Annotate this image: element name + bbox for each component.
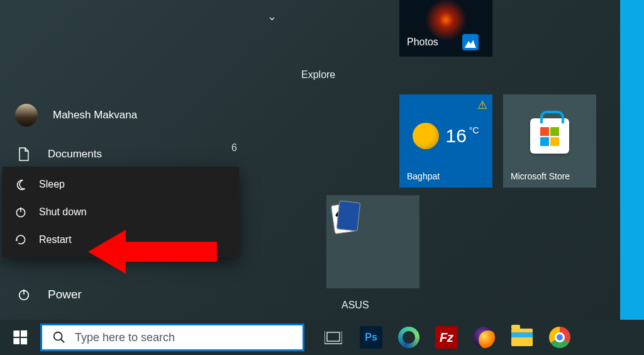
taskbar-app-photoshop[interactable]: Ps (360, 326, 382, 349)
restart-label: Restart (39, 234, 72, 245)
taskbar-app-filezilla[interactable]: Fz (435, 326, 458, 349)
avatar (15, 104, 38, 127)
sleep-label: Sleep (39, 179, 65, 190)
firefox-icon (474, 327, 495, 348)
photos-icon (462, 34, 479, 50)
documents-label: Documents (48, 148, 102, 161)
tile-solitaire[interactable] (326, 195, 419, 288)
weather-unit: °C (469, 125, 479, 135)
desktop-background-strip (620, 0, 644, 320)
taskbar-app-edge[interactable] (397, 326, 420, 349)
power-option-shutdown[interactable]: Shut down (3, 198, 239, 226)
taskbar-app-chrome[interactable] (548, 326, 571, 349)
power-submenu: Sleep Shut down Restart (3, 167, 239, 257)
sun-icon (413, 123, 439, 149)
start-menu: Mahesh Makvana Documents 6 Power (0, 0, 620, 320)
search-placeholder: Type here to search (75, 331, 175, 344)
svg-point-5 (54, 332, 62, 341)
power-option-sleep[interactable]: Sleep (3, 171, 239, 198)
shutdown-icon (14, 206, 28, 218)
chrome-icon (549, 327, 570, 348)
user-account-row[interactable]: Mahesh Makvana (0, 98, 242, 133)
count-badge: 6 (231, 142, 237, 154)
store-icon (530, 118, 569, 154)
power-icon (15, 288, 33, 301)
user-name: Mahesh Makvana (53, 109, 137, 121)
photos-label: Photos (407, 37, 438, 48)
taskbar-app-file-explorer[interactable] (511, 326, 533, 349)
svg-line-6 (61, 339, 65, 343)
start-left-column: Mahesh Makvana Documents 6 Power (0, 0, 242, 320)
windows-logo-icon (13, 330, 27, 345)
edge-icon (398, 327, 419, 348)
file-explorer-icon (511, 329, 533, 346)
warning-icon: ⚠ (477, 98, 487, 112)
sidebar-item-power[interactable]: Power (0, 277, 242, 312)
sleep-icon (14, 178, 28, 191)
shutdown-label: Shut down (39, 206, 87, 218)
document-icon (15, 147, 33, 162)
power-option-restart[interactable]: Restart (3, 226, 239, 254)
start-tiles-area: ⌄ Explore ASUS Photos ⚠ 16°C Baghpat (255, 0, 619, 320)
power-label: Power (48, 288, 82, 301)
section-explore-label: Explore (301, 69, 335, 81)
restart-icon (14, 234, 28, 246)
store-label: Microsoft Store (511, 171, 589, 181)
taskbar: Type here to search Ps Fz (0, 320, 644, 355)
search-input[interactable]: Type here to search (40, 324, 304, 351)
weather-temp: 16 (445, 125, 466, 146)
search-icon (52, 330, 66, 344)
task-view-button[interactable] (322, 326, 345, 349)
section-asus-label: ASUS (341, 300, 369, 311)
tile-photos[interactable]: Photos (399, 0, 492, 57)
tile-weather[interactable]: ⚠ 16°C Baghpat (399, 94, 492, 188)
start-button[interactable] (0, 320, 40, 355)
svg-rect-7 (327, 332, 340, 341)
cards-icon (333, 201, 358, 235)
weather-location: Baghpat (407, 171, 485, 181)
tile-microsoft-store[interactable]: Microsoft Store (503, 94, 596, 188)
taskbar-app-firefox[interactable] (473, 326, 496, 349)
chevron-down-icon[interactable]: ⌄ (267, 9, 277, 23)
